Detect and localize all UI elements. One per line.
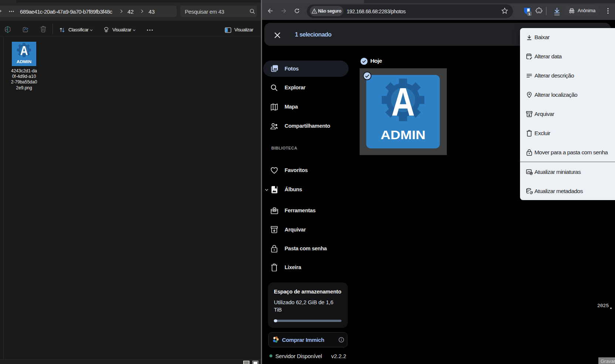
svg-text:A: A: [20, 43, 28, 58]
svg-text:ADMIN: ADMIN: [17, 59, 31, 64]
svg-text:ADMIN: ADMIN: [381, 128, 425, 142]
svg-text:1: 1: [529, 12, 530, 16]
svg-text:A: A: [391, 80, 415, 124]
